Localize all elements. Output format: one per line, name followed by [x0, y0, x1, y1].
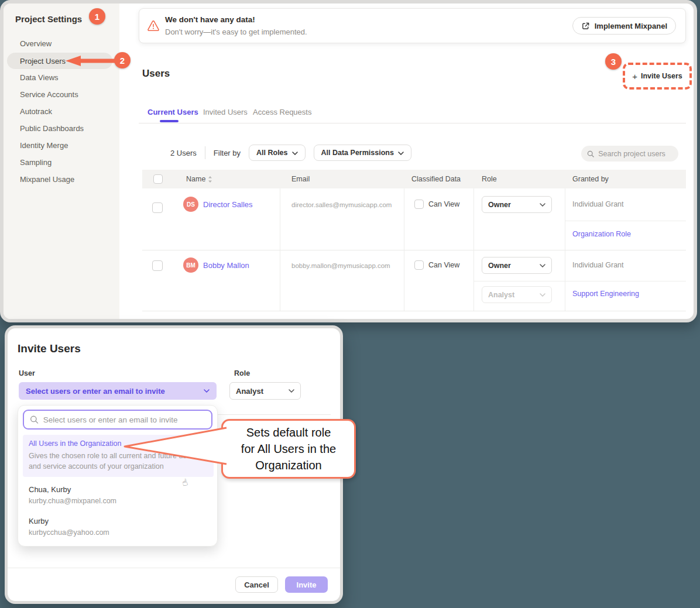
user-email: bobby.mallon@mymusicapp.com	[291, 262, 390, 269]
chevron-down-icon	[204, 389, 210, 393]
user-multiselect[interactable]: Select users or enter an email to invite	[19, 382, 217, 400]
tab-access-requests[interactable]: Access Requests	[253, 108, 311, 116]
search-input[interactable]	[598, 150, 672, 158]
users-table: Name Email Classified Data Role Granted …	[142, 170, 686, 311]
filter-by-label: Filter by	[214, 149, 241, 157]
dialog-title: Invite Users	[18, 342, 81, 355]
banner-title: We don't have any data!	[165, 15, 255, 24]
can-view-checkbox[interactable]	[414, 200, 424, 209]
avatar: BM	[183, 257, 198, 273]
implement-mixpanel-button[interactable]: Implement Mixpanel	[572, 17, 676, 35]
role-field-label: Role	[234, 369, 250, 377]
sort-icon	[208, 176, 212, 183]
warning-icon	[147, 20, 159, 31]
all-roles-dropdown[interactable]: All Roles	[249, 145, 306, 161]
search-project-users[interactable]	[581, 146, 678, 162]
can-view-toggle: Can View	[414, 260, 459, 270]
page-title: Users	[142, 68, 170, 80]
organization-role-link[interactable]: Organization Role	[572, 230, 631, 238]
option-user[interactable]: Kurby kurbycchua@yahoo.com	[29, 517, 109, 537]
user-name-link[interactable]: Director Salles	[203, 200, 253, 209]
invite-button[interactable]: Invite	[285, 576, 328, 593]
external-link-icon	[581, 22, 590, 30]
chevron-down-icon	[292, 149, 298, 157]
role-select[interactable]: Owner	[482, 196, 552, 213]
chevron-down-icon	[540, 264, 545, 267]
chevron-down-icon	[540, 293, 545, 297]
user-email: director.salles@mymusicapp.com	[291, 201, 392, 208]
sidebar-item-identity-merge[interactable]: Identity Merge	[20, 141, 68, 150]
screenshot-root: Project Settings Overview Project Users …	[0, 0, 700, 608]
step-badge-1: 1	[89, 8, 105, 25]
column-header-name[interactable]: Name	[186, 175, 212, 183]
user-name-link[interactable]: Bobby Mallon	[203, 261, 249, 270]
search-icon	[30, 415, 39, 424]
tabs-divider	[139, 123, 686, 123]
step-badge-2: 2	[114, 52, 131, 68]
hand-cursor-icon: ☝	[181, 476, 189, 489]
table-row: BM Bobby Mallon bobby.mallon@mymusicapp.…	[142, 250, 686, 311]
chevron-down-icon	[540, 203, 545, 207]
project-settings-card: Project Settings Overview Project Users …	[0, 0, 697, 322]
sidebar-item-overview[interactable]: Overview	[20, 39, 52, 48]
table-row: DS Director Salles director.salles@mymus…	[142, 188, 686, 250]
column-header-granted: Granted by	[572, 175, 609, 183]
all-data-permissions-dropdown[interactable]: All Data Permissions	[314, 145, 411, 161]
granted-by-value: Individual Grant	[572, 200, 624, 208]
user-field-label: User	[19, 369, 35, 377]
row-checkbox[interactable]	[152, 260, 163, 271]
option-user[interactable]: Chua, Kurby kurby.chua@mixpanel.com	[29, 485, 116, 505]
avatar: DS	[183, 197, 198, 212]
active-tab-underline	[160, 120, 179, 122]
callout-bubble: Sets default role for All Users in the O…	[221, 419, 356, 479]
sidebar-item-mixpanel-usage[interactable]: Mixpanel Usage	[20, 175, 74, 184]
column-header-email: Email	[291, 175, 310, 183]
column-header-role: Role	[482, 175, 497, 183]
sidebar-title: Project Settings	[15, 14, 82, 24]
can-view-toggle: Can View	[414, 200, 459, 209]
user-count: 2 Users	[170, 149, 197, 157]
sidebar-item-public-dashboards[interactable]: Public Dashboards	[20, 124, 84, 133]
sidebar-item-service-accounts[interactable]: Service Accounts	[20, 90, 78, 99]
select-all-checkbox[interactable]	[153, 174, 163, 184]
sidebar-item-sampling[interactable]: Sampling	[20, 158, 52, 167]
filter-bar: 2 Users Filter by All Roles All Data Per…	[170, 144, 411, 162]
annotation-arrow-icon	[66, 56, 116, 66]
granted-by-value: Individual Grant	[572, 261, 624, 269]
sidebar-item-data-views[interactable]: Data Views	[20, 73, 59, 82]
banner-subtitle: Don't worry—it's easy to get implemented…	[165, 28, 307, 36]
callout-tail	[123, 423, 227, 469]
step-badge-3: 3	[605, 53, 622, 70]
divider	[205, 146, 205, 159]
search-icon	[587, 150, 594, 158]
no-data-banner: We don't have any data! Don't worry—it's…	[139, 8, 686, 43]
divider	[8, 568, 340, 568]
column-header-classified: Classified Data	[411, 175, 461, 183]
cancel-button[interactable]: Cancel	[235, 576, 278, 593]
chevron-down-icon	[398, 149, 404, 157]
tab-invited-users[interactable]: Invited Users	[203, 108, 248, 116]
table-header: Name Email Classified Data Role Granted …	[142, 170, 686, 188]
role-select-disabled: Analyst	[482, 286, 552, 303]
can-view-checkbox[interactable]	[414, 260, 424, 270]
sidebar-item-autotrack[interactable]: Autotrack	[20, 107, 52, 116]
sidebar: Project Settings Overview Project Users …	[4, 4, 119, 319]
tab-current-users[interactable]: Current Users	[147, 108, 198, 116]
role-dropdown[interactable]: Analyst	[229, 382, 301, 400]
role-select[interactable]: Owner	[482, 257, 552, 274]
plus-icon: +	[632, 71, 637, 81]
row-checkbox[interactable]	[152, 202, 163, 213]
support-engineering-link[interactable]: Support Engineering	[572, 290, 639, 298]
chevron-down-icon	[289, 389, 294, 393]
invite-users-button[interactable]: + Invite Users	[623, 63, 692, 90]
